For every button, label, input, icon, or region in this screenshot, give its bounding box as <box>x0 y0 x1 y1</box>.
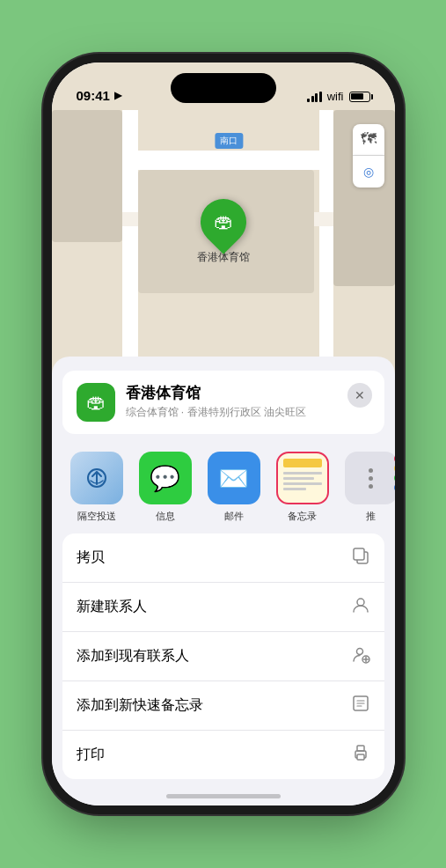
messages-icon: 💬 <box>139 452 192 504</box>
action-copy[interactable]: 拷贝 <box>62 533 384 583</box>
bottom-sheet: 🏟 香港体育馆 综合体育馆 · 香港特别行政区 油尖旺区 ✕ 隔空投送 <box>52 357 395 805</box>
new-contact-icon <box>351 595 370 619</box>
svg-point-3 <box>357 599 364 606</box>
notes-label: 备忘录 <box>288 510 317 523</box>
close-button[interactable]: ✕ <box>347 383 372 408</box>
venue-subtitle: 综合体育馆 · 香港特别行政区 油尖旺区 <box>126 405 370 420</box>
status-time: 09:41 ▶ <box>77 88 121 103</box>
airdrop-label: 隔空投送 <box>77 510 116 523</box>
action-list: 拷贝 新建联系人 添加到现有联系人 <box>62 533 384 779</box>
share-mail[interactable]: ✉️ 邮件 <box>200 452 268 523</box>
svg-rect-14 <box>357 754 364 760</box>
map-view-button[interactable]: 🗺 <box>353 124 384 156</box>
home-indicator <box>166 794 281 798</box>
notes-icon <box>276 452 329 504</box>
share-airdrop[interactable]: 隔空投送 <box>62 452 131 523</box>
location-button[interactable]: ◎ <box>353 156 384 188</box>
dynamic-island <box>171 73 276 103</box>
status-icons: wifi <box>307 90 369 103</box>
wifi-icon: wifi <box>327 90 344 103</box>
venue-icon: 🏟 <box>77 383 115 422</box>
map-controls: 🗺 ◎ <box>353 124 384 188</box>
phone-frame: 09:41 ▶ wifi 南口 🗺 ◎ <box>52 63 395 805</box>
copy-label: 拷贝 <box>77 548 105 567</box>
location-pin: 🏟 香港体育馆 <box>197 199 250 265</box>
action-add-existing[interactable]: 添加到现有联系人 <box>62 632 384 681</box>
location-card: 🏟 香港体育馆 综合体育馆 · 香港特别行政区 油尖旺区 ✕ <box>62 371 384 434</box>
more-icon <box>345 452 395 504</box>
mail-icon: ✉️ <box>208 452 260 504</box>
more-label: 推 <box>366 510 376 523</box>
add-existing-label: 添加到现有联系人 <box>77 647 189 666</box>
svg-point-4 <box>356 649 362 655</box>
action-new-contact[interactable]: 新建联系人 <box>62 583 384 632</box>
action-quick-note[interactable]: 添加到新快速备忘录 <box>62 681 384 731</box>
share-more[interactable]: 推 <box>337 452 395 523</box>
share-messages[interactable]: 💬 信息 <box>131 452 200 523</box>
share-row: 隔空投送 💬 信息 ✉️ 邮件 <box>52 445 395 533</box>
action-print[interactable]: 打印 <box>62 731 384 779</box>
map-label: 南口 <box>215 133 243 149</box>
copy-icon <box>351 546 370 570</box>
new-contact-label: 新建联系人 <box>77 598 147 616</box>
quick-note-icon <box>351 694 370 717</box>
print-icon <box>351 743 370 767</box>
location-info: 香港体育馆 综合体育馆 · 香港特别行政区 油尖旺区 <box>126 383 370 420</box>
location-arrow-icon: ▶ <box>114 90 121 101</box>
airdrop-icon <box>70 452 123 504</box>
svg-rect-13 <box>357 746 364 751</box>
pin-icon: 🏟 <box>191 189 256 254</box>
signal-bars-icon <box>307 92 322 102</box>
svg-rect-2 <box>354 548 364 560</box>
share-notes[interactable]: 备忘录 <box>268 452 337 523</box>
venue-name: 香港体育馆 <box>126 383 370 403</box>
print-label: 打印 <box>77 746 105 764</box>
messages-label: 信息 <box>156 510 175 523</box>
quick-note-label: 添加到新快速备忘录 <box>77 696 203 715</box>
mail-label: 邮件 <box>224 510 244 523</box>
battery-icon <box>349 92 370 102</box>
add-existing-icon <box>351 644 370 668</box>
